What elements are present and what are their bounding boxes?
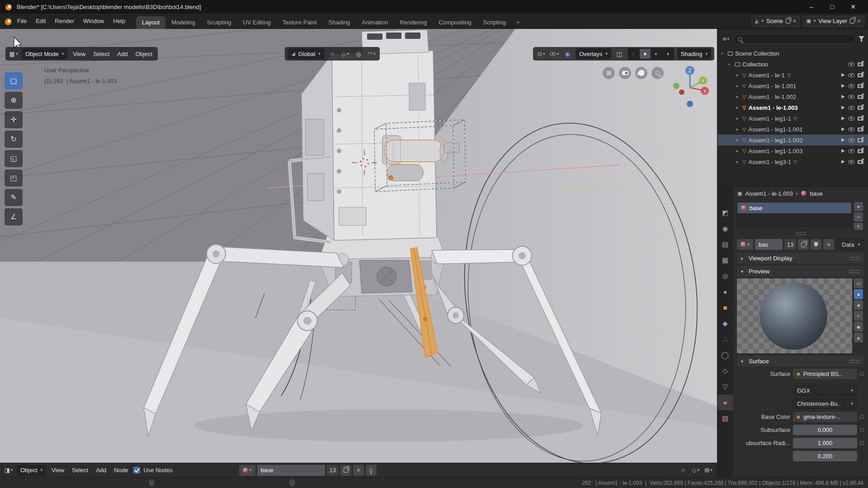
- new-view-layer-icon[interactable]: [850, 19, 854, 23]
- render-toggle-icon[interactable]: [858, 149, 863, 153]
- hide-toggle-icon[interactable]: [848, 95, 854, 99]
- minimize-button[interactable]: –: [801, 0, 822, 14]
- close-button[interactable]: ✕: [843, 0, 863, 14]
- expander-icon[interactable]: ►: [736, 127, 740, 131]
- material-slot-list[interactable]: base: [737, 202, 852, 226]
- slot-list-grip[interactable]: [733, 230, 868, 237]
- tab-scripting[interactable]: Scripting: [477, 16, 512, 29]
- expander-icon[interactable]: ▾: [728, 62, 733, 66]
- menu-help[interactable]: Help: [108, 16, 130, 26]
- render-toggle-icon[interactable]: [858, 160, 863, 164]
- material-user-count[interactable]: 13: [327, 465, 339, 476]
- tab-texture-paint[interactable]: Texture Paint: [277, 16, 323, 29]
- tab-view-layer[interactable]: ▦: [717, 252, 733, 268]
- tab-object-data[interactable]: ▽: [717, 379, 733, 394]
- tab-rendering[interactable]: Rendering: [394, 16, 433, 29]
- material-name-field[interactable]: bas: [755, 239, 783, 250]
- fake-user-button[interactable]: [811, 239, 821, 250]
- xray-toggle[interactable]: ◫: [614, 49, 624, 59]
- tab-material[interactable]: ●: [717, 394, 733, 410]
- tab-scene[interactable]: ◎: [717, 268, 733, 284]
- preview-cloth-button[interactable]: ▲: [854, 333, 863, 343]
- sss-method-dropdown[interactable]: Christensen-Bu.. ▾: [793, 399, 857, 409]
- base-color-field[interactable]: gma-texture-..: [793, 412, 857, 422]
- panel-grip[interactable]: [849, 256, 860, 260]
- tab-layout[interactable]: Layout: [136, 16, 165, 29]
- viewport-menu-view[interactable]: View: [71, 51, 88, 57]
- viewport-menu-object[interactable]: Object: [133, 51, 155, 57]
- expander-icon[interactable]: ►: [736, 73, 740, 77]
- unlink-material-button[interactable]: ×: [823, 239, 834, 250]
- outliner-row-scene-collection[interactable]: ▾ Scene Collection: [717, 48, 868, 59]
- panel-grip[interactable]: [849, 269, 860, 273]
- distribution-dropdown[interactable]: GGX ▾: [793, 385, 857, 396]
- unlink-scene-icon[interactable]: ×: [793, 18, 797, 24]
- breadcrumb-object-name[interactable]: Assem1 - le-1.003: [745, 190, 793, 197]
- panel-grip[interactable]: [849, 359, 860, 363]
- camera-view-button[interactable]: [619, 67, 631, 79]
- menu-render[interactable]: Render: [50, 16, 79, 26]
- hide-toggle-icon[interactable]: [848, 149, 854, 153]
- node-menu-view[interactable]: View: [49, 467, 66, 474]
- tool-scale[interactable]: ◱: [5, 150, 23, 167]
- transform-orientation-dropdown[interactable]: ◢ Global ▾: [288, 48, 324, 59]
- selectable-toggle-icon[interactable]: [841, 127, 845, 131]
- tab-uv-editing[interactable]: UV Editing: [237, 16, 276, 29]
- hide-toggle-icon[interactable]: [848, 84, 854, 88]
- tab-object[interactable]: ■: [717, 300, 733, 315]
- viewport-menu-select[interactable]: Select: [91, 51, 112, 57]
- hide-toggle-icon[interactable]: [848, 106, 854, 110]
- expander-icon[interactable]: ►: [736, 138, 740, 142]
- outliner-row-collection[interactable]: ▾ Collection: [717, 59, 868, 70]
- hide-toggle-icon[interactable]: [848, 62, 854, 66]
- browse-material-button[interactable]: ▾: [737, 239, 753, 250]
- node-menu-select[interactable]: Select: [70, 467, 90, 474]
- subsurface-radius-field-2[interactable]: 0.200: [793, 451, 857, 461]
- outliner-row-selected[interactable]: ► ▽ Assem1 - leg1-1.002: [717, 135, 868, 145]
- outliner-row[interactable]: ► ▽ Assem1 - leg1-1.003: [717, 145, 868, 156]
- preview-section-header[interactable]: ▾ Preview: [737, 266, 864, 277]
- hide-toggle-icon[interactable]: [848, 138, 854, 142]
- tab-physics[interactable]: ◯: [717, 347, 733, 363]
- gizmo-z-negative[interactable]: [687, 101, 693, 107]
- hide-toggle-icon[interactable]: [848, 127, 854, 131]
- ortho-grid-button[interactable]: ⊞: [603, 67, 615, 79]
- filter-icon[interactable]: [859, 36, 864, 42]
- tab-constraints[interactable]: ◇: [717, 363, 733, 379]
- menu-file[interactable]: File: [13, 16, 31, 26]
- render-toggle-icon[interactable]: [858, 127, 863, 131]
- tool-rotate[interactable]: ↻: [5, 131, 23, 148]
- decorator-icon[interactable]: [860, 441, 864, 445]
- outliner-row[interactable]: ► ▽ Assem1 - le-1 ▽: [717, 70, 868, 80]
- render-toggle-icon[interactable]: [858, 138, 863, 142]
- selectable-toggle-icon[interactable]: [841, 160, 845, 164]
- shading-material-button[interactable]: ◐: [651, 49, 662, 59]
- slot-specials-dropdown[interactable]: ▾: [854, 223, 863, 230]
- shading-solid-button[interactable]: ●: [640, 49, 651, 59]
- decorator-icon[interactable]: [860, 372, 864, 376]
- menu-window[interactable]: Window: [79, 16, 108, 26]
- node-menu-add[interactable]: Add: [94, 467, 108, 474]
- outliner-row[interactable]: ► ▽ Assem1 - le-1.001: [717, 80, 868, 91]
- node-menu-node[interactable]: Node: [112, 467, 130, 474]
- tab-output[interactable]: ▤: [717, 236, 733, 252]
- selectable-toggle-icon[interactable]: [841, 149, 845, 153]
- node-snap-toggle[interactable]: ∩: [678, 465, 688, 475]
- render-toggle-icon[interactable]: [858, 73, 863, 77]
- navigation-gizmo[interactable]: Z X Y: [668, 64, 712, 109]
- gizmo-x-negative[interactable]: [679, 89, 684, 95]
- shading-dropdown[interactable]: Shading ▾: [677, 48, 711, 59]
- material-user-count[interactable]: 13: [784, 239, 796, 250]
- tool-cursor[interactable]: ⊕: [5, 92, 23, 109]
- selectable-toggle-icon[interactable]: [841, 117, 845, 120]
- outliner-display-mode-dropdown[interactable]: ≡ ▾: [721, 34, 731, 44]
- expander-icon[interactable]: ►: [736, 149, 740, 153]
- pan-view-button[interactable]: [635, 67, 647, 79]
- mode-dropdown[interactable]: Object Mode ▾: [22, 48, 67, 59]
- outliner-row[interactable]: ► ▽ Assem1 - leg1-1 ▽: [717, 113, 868, 124]
- render-toggle-icon[interactable]: [858, 84, 863, 88]
- 3d-scene-render[interactable]: [0, 29, 717, 463]
- outliner-search[interactable]: [734, 34, 856, 44]
- gizmo-y-negative[interactable]: [673, 83, 679, 89]
- tab-active-tool[interactable]: ◩: [717, 205, 733, 221]
